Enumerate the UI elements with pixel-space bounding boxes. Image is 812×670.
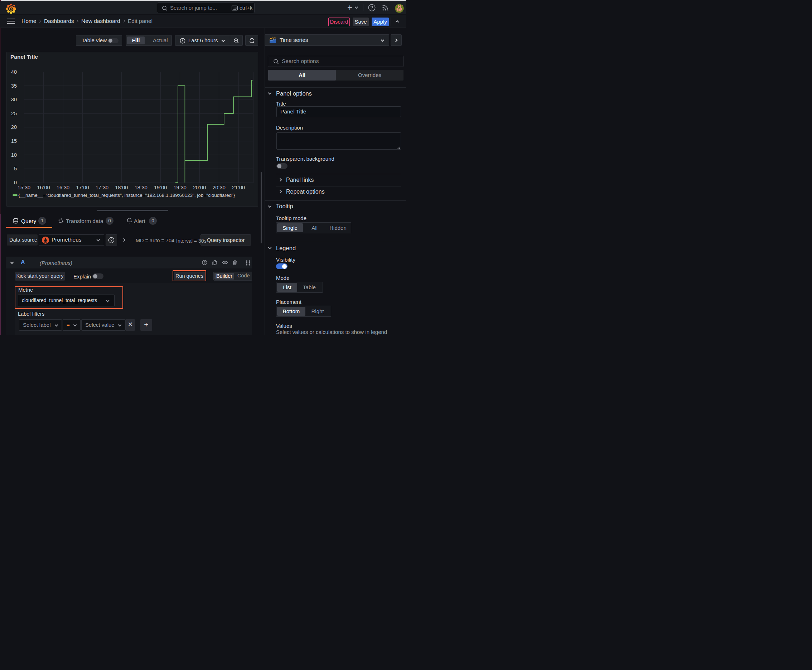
svg-text:{__name__="cloudflared_tunnel_: {__name__="cloudflared_tunnel_total_requ…: [19, 193, 235, 198]
svg-text:18:00: 18:00: [115, 185, 128, 190]
svg-text:20: 20: [11, 124, 17, 130]
svg-text:16:00: 16:00: [37, 185, 50, 190]
svg-text:30: 30: [11, 96, 17, 102]
svg-text:17:00: 17:00: [76, 185, 89, 190]
svg-text:19:00: 19:00: [154, 185, 167, 190]
svg-text:35: 35: [11, 83, 17, 89]
svg-text:16:30: 16:30: [57, 185, 70, 190]
svg-text:0: 0: [14, 180, 17, 185]
svg-text:10: 10: [11, 152, 17, 158]
svg-text:18:30: 18:30: [135, 185, 147, 190]
svg-text:25: 25: [11, 111, 17, 116]
svg-text:5: 5: [14, 166, 17, 171]
svg-text:15: 15: [11, 138, 17, 144]
svg-text:20:00: 20:00: [193, 185, 206, 190]
svg-text:17:30: 17:30: [96, 185, 108, 190]
svg-text:20:30: 20:30: [212, 185, 225, 190]
svg-text:15:30: 15:30: [17, 185, 31, 190]
svg-text:19:30: 19:30: [174, 185, 186, 190]
svg-text:40: 40: [11, 69, 17, 75]
svg-text:21:00: 21:00: [232, 185, 245, 190]
